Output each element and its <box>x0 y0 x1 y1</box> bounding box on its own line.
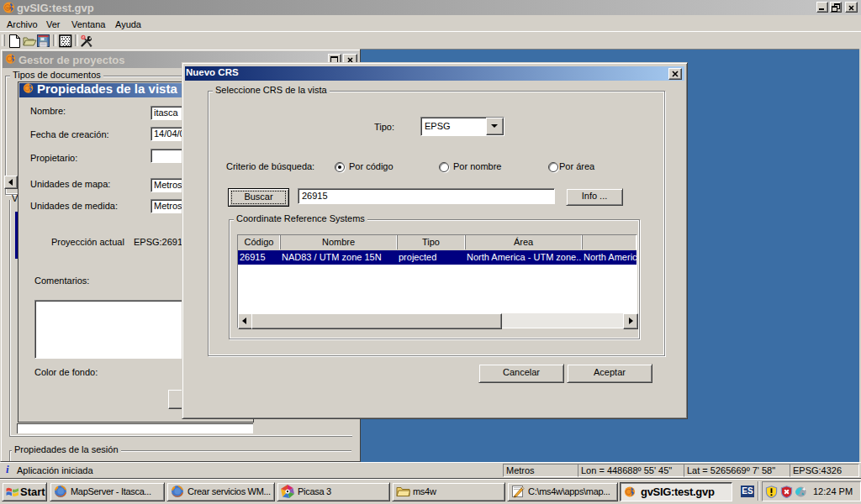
svg-text:SIG: SIG <box>6 6 12 10</box>
